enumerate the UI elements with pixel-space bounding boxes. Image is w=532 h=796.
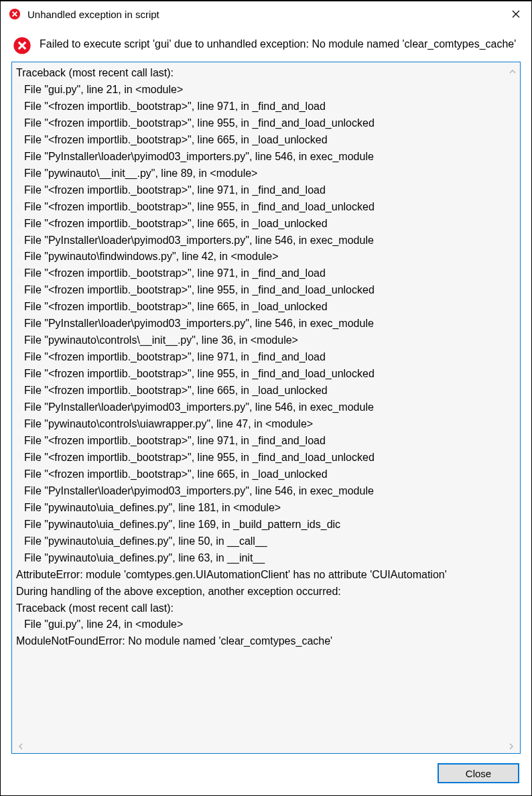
horizontal-scrollbar[interactable] — [12, 740, 520, 753]
traceback-line: File "pywinauto\findwindows.py", line 42… — [16, 249, 516, 265]
traceback-line: File "pywinauto\__init__.py", line 89, i… — [16, 165, 516, 182]
traceback-line: File "PyInstaller\loader\pyimod03_import… — [16, 399, 516, 416]
traceback-line: File "PyInstaller\loader\pyimod03_import… — [16, 483, 516, 500]
traceback-line: File "<frozen importlib._bootstrap>", li… — [16, 216, 516, 233]
traceback-line: File "<frozen importlib._bootstrap>", li… — [16, 282, 516, 299]
traceback-line: File "PyInstaller\loader\pyimod03_import… — [16, 316, 516, 332]
traceback-line: File "<frozen importlib._bootstrap>", li… — [16, 265, 516, 282]
traceback-line: File "<frozen importlib._bootstrap>", li… — [16, 199, 516, 216]
traceback-text[interactable]: Traceback (most recent call last):File "… — [12, 62, 520, 740]
traceback-line: Traceback (most recent call last): — [16, 65, 516, 82]
traceback-line: During handling of the above exception, … — [16, 584, 516, 600]
button-row: Close — [1, 758, 531, 795]
message-area: Failed to execute script 'gui' due to un… — [1, 27, 531, 62]
traceback-line: File "pywinauto\uia_defines.py", line 50… — [16, 533, 516, 550]
scroll-right-arrow[interactable] — [508, 741, 515, 752]
window-close-button[interactable] — [501, 1, 531, 27]
traceback-line: File "pywinauto\uia_defines.py", line 16… — [16, 517, 516, 533]
traceback-line: File "<frozen importlib._bootstrap>", li… — [16, 383, 516, 399]
traceback-line: File "pywinauto\controls\__init__.py", l… — [16, 332, 516, 349]
traceback-line: File "gui.py", line 21, in <module> — [16, 82, 516, 98]
traceback-line: File "<frozen importlib._bootstrap>", li… — [16, 182, 516, 199]
traceback-line: File "<frozen importlib._bootstrap>", li… — [16, 433, 516, 450]
traceback-line: File "PyInstaller\loader\pyimod03_import… — [16, 233, 516, 249]
traceback-line: File "<frozen importlib._bootstrap>", li… — [16, 466, 516, 483]
error-message: Failed to execute script 'gui' due to un… — [40, 36, 516, 52]
dialog-window: Unhandled exception in script Failed to … — [0, 0, 532, 796]
traceback-line: File "pywinauto\controls\uiawrapper.py",… — [16, 416, 516, 433]
traceback-line: File "<frozen importlib._bootstrap>", li… — [16, 115, 516, 132]
traceback-line: File "<frozen importlib._bootstrap>", li… — [16, 98, 516, 115]
traceback-line: Traceback (most recent call last): — [16, 600, 516, 617]
traceback-line: File "PyInstaller\loader\pyimod03_import… — [16, 149, 516, 165]
error-icon — [9, 8, 21, 20]
traceback-line: ModuleNotFoundError: No module named 'cl… — [16, 633, 516, 650]
window-title: Unhandled exception in script — [27, 9, 501, 20]
traceback-line: File "<frozen importlib._bootstrap>", li… — [16, 366, 516, 383]
close-icon — [512, 10, 520, 18]
scroll-up-arrow[interactable] — [509, 66, 516, 77]
titlebar: Unhandled exception in script — [1, 1, 531, 27]
error-icon — [13, 36, 31, 55]
close-button[interactable]: Close — [438, 763, 519, 783]
traceback-panel: Traceback (most recent call last):File "… — [11, 62, 521, 754]
traceback-line: File "pywinauto\uia_defines.py", line 18… — [16, 500, 516, 517]
traceback-line: File "<frozen importlib._bootstrap>", li… — [16, 349, 516, 366]
traceback-line: File "<frozen importlib._bootstrap>", li… — [16, 450, 516, 466]
traceback-line: File "gui.py", line 24, in <module> — [16, 616, 516, 633]
traceback-line: File "<frozen importlib._bootstrap>", li… — [16, 132, 516, 149]
traceback-line: File "pywinauto\uia_defines.py", line 63… — [16, 550, 516, 567]
traceback-line: AttributeError: module 'comtypes.gen.UIA… — [16, 567, 516, 584]
traceback-line: File "<frozen importlib._bootstrap>", li… — [16, 299, 516, 316]
scroll-left-arrow[interactable] — [17, 741, 24, 752]
